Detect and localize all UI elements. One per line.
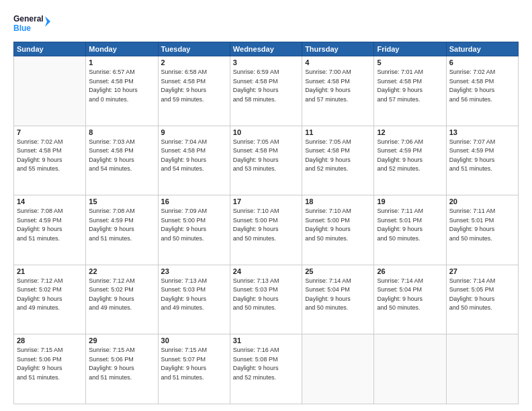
day-info: Sunrise: 7:05 AM Sunset: 4:58 PM Dayligh…: [233, 138, 299, 174]
svg-text:General: General: [13, 14, 44, 24]
calendar-cell: 13Sunrise: 7:07 AM Sunset: 4:59 PM Dayli…: [446, 126, 518, 195]
svg-marker-2: [45, 16, 50, 27]
day-info: Sunrise: 7:12 AM Sunset: 5:02 PM Dayligh…: [89, 277, 154, 313]
day-number: 17: [233, 197, 299, 205]
day-info: Sunrise: 7:15 AM Sunset: 5:06 PM Dayligh…: [17, 346, 83, 382]
day-info: Sunrise: 7:03 AM Sunset: 4:58 PM Dayligh…: [89, 138, 154, 174]
day-info: Sunrise: 7:02 AM Sunset: 4:58 PM Dayligh…: [449, 68, 515, 104]
day-number: 5: [377, 58, 443, 66]
calendar-cell: 9Sunrise: 7:04 AM Sunset: 4:58 PM Daylig…: [158, 126, 230, 195]
calendar-cell: 12Sunrise: 7:06 AM Sunset: 4:59 PM Dayli…: [374, 126, 446, 195]
day-number: 25: [305, 267, 371, 275]
day-number: 14: [17, 197, 83, 205]
calendar-cell: 23Sunrise: 7:13 AM Sunset: 5:03 PM Dayli…: [158, 265, 230, 334]
day-number: 29: [89, 336, 154, 345]
svg-text:Blue: Blue: [13, 24, 31, 33]
calendar-cell: 4Sunrise: 7:00 AM Sunset: 4:58 PM Daylig…: [302, 56, 374, 126]
calendar-cell: 5Sunrise: 7:01 AM Sunset: 4:58 PM Daylig…: [374, 56, 446, 126]
calendar-cell: 28Sunrise: 7:15 AM Sunset: 5:06 PM Dayli…: [14, 334, 86, 404]
calendar-table: SundayMondayTuesdayWednesdayThursdayFrid…: [13, 42, 519, 404]
day-number: 3: [233, 58, 299, 66]
day-info: Sunrise: 7:09 AM Sunset: 5:00 PM Dayligh…: [161, 207, 227, 243]
day-number: 30: [161, 336, 227, 345]
calendar-cell: [14, 56, 86, 126]
calendar-cell: 10Sunrise: 7:05 AM Sunset: 4:58 PM Dayli…: [230, 126, 302, 195]
weekday-header: Friday: [374, 42, 446, 56]
calendar-cell: 11Sunrise: 7:05 AM Sunset: 4:58 PM Dayli…: [302, 126, 374, 195]
calendar-cell: 27Sunrise: 7:14 AM Sunset: 5:05 PM Dayli…: [446, 265, 518, 334]
day-info: Sunrise: 7:10 AM Sunset: 5:00 PM Dayligh…: [233, 207, 299, 243]
day-info: Sunrise: 7:16 AM Sunset: 5:08 PM Dayligh…: [233, 346, 299, 382]
day-info: Sunrise: 7:14 AM Sunset: 5:05 PM Dayligh…: [449, 277, 515, 313]
day-info: Sunrise: 7:06 AM Sunset: 4:59 PM Dayligh…: [377, 138, 443, 174]
day-info: Sunrise: 7:13 AM Sunset: 5:03 PM Dayligh…: [161, 277, 227, 313]
day-info: Sunrise: 7:15 AM Sunset: 5:07 PM Dayligh…: [161, 346, 227, 382]
calendar-cell: 18Sunrise: 7:10 AM Sunset: 5:00 PM Dayli…: [302, 195, 374, 265]
day-number: 21: [17, 267, 83, 275]
calendar-cell: [374, 334, 446, 404]
day-info: Sunrise: 6:57 AM Sunset: 4:58 PM Dayligh…: [89, 68, 154, 104]
day-info: Sunrise: 7:02 AM Sunset: 4:58 PM Dayligh…: [17, 138, 83, 174]
day-info: Sunrise: 7:08 AM Sunset: 4:59 PM Dayligh…: [89, 207, 154, 243]
day-number: 13: [449, 128, 515, 136]
weekday-header-row: SundayMondayTuesdayWednesdayThursdayFrid…: [14, 42, 519, 56]
day-number: 19: [377, 197, 443, 205]
day-number: 20: [449, 197, 515, 205]
day-info: Sunrise: 7:12 AM Sunset: 5:02 PM Dayligh…: [17, 277, 83, 313]
day-number: 24: [233, 267, 299, 275]
day-info: Sunrise: 7:15 AM Sunset: 5:06 PM Dayligh…: [89, 346, 154, 382]
day-info: Sunrise: 7:11 AM Sunset: 5:01 PM Dayligh…: [449, 207, 515, 243]
calendar-week-row: 7Sunrise: 7:02 AM Sunset: 4:58 PM Daylig…: [14, 126, 519, 195]
calendar-cell: 24Sunrise: 7:13 AM Sunset: 5:03 PM Dayli…: [230, 265, 302, 334]
weekday-header: Tuesday: [158, 42, 230, 56]
day-info: Sunrise: 7:01 AM Sunset: 4:58 PM Dayligh…: [377, 68, 443, 104]
day-info: Sunrise: 7:14 AM Sunset: 5:04 PM Dayligh…: [305, 277, 371, 313]
day-number: 12: [377, 128, 443, 136]
day-info: Sunrise: 7:13 AM Sunset: 5:03 PM Dayligh…: [233, 277, 299, 313]
weekday-header: Thursday: [302, 42, 374, 56]
calendar-cell: 6Sunrise: 7:02 AM Sunset: 4:58 PM Daylig…: [446, 56, 518, 126]
day-number: 1: [89, 58, 154, 66]
weekday-header: Monday: [86, 42, 158, 56]
day-info: Sunrise: 7:07 AM Sunset: 4:59 PM Dayligh…: [449, 138, 515, 174]
calendar-cell: [302, 334, 374, 404]
weekday-header: Sunday: [14, 42, 86, 56]
day-info: Sunrise: 7:04 AM Sunset: 4:58 PM Dayligh…: [161, 138, 227, 174]
calendar-cell: 21Sunrise: 7:12 AM Sunset: 5:02 PM Dayli…: [14, 265, 86, 334]
calendar-cell: 19Sunrise: 7:11 AM Sunset: 5:01 PM Dayli…: [374, 195, 446, 265]
calendar-cell: 16Sunrise: 7:09 AM Sunset: 5:00 PM Dayli…: [158, 195, 230, 265]
calendar-cell: 26Sunrise: 7:14 AM Sunset: 5:04 PM Dayli…: [374, 265, 446, 334]
day-number: 18: [305, 197, 371, 205]
day-number: 31: [233, 336, 299, 345]
calendar-cell: 15Sunrise: 7:08 AM Sunset: 4:59 PM Dayli…: [86, 195, 158, 265]
day-info: Sunrise: 7:08 AM Sunset: 4:59 PM Dayligh…: [17, 207, 83, 243]
day-number: 27: [449, 267, 515, 275]
day-info: Sunrise: 7:10 AM Sunset: 5:00 PM Dayligh…: [305, 207, 371, 243]
day-info: Sunrise: 7:14 AM Sunset: 5:04 PM Dayligh…: [377, 277, 443, 313]
day-number: 15: [89, 197, 154, 205]
calendar-cell: 8Sunrise: 7:03 AM Sunset: 4:58 PM Daylig…: [86, 126, 158, 195]
day-number: 10: [233, 128, 299, 136]
calendar-cell: 22Sunrise: 7:12 AM Sunset: 5:02 PM Dayli…: [86, 265, 158, 334]
calendar-cell: 20Sunrise: 7:11 AM Sunset: 5:01 PM Dayli…: [446, 195, 518, 265]
logo: General Blue: [13, 12, 50, 36]
day-number: 6: [449, 58, 515, 66]
day-info: Sunrise: 6:58 AM Sunset: 4:58 PM Dayligh…: [161, 68, 227, 104]
calendar-cell: 14Sunrise: 7:08 AM Sunset: 4:59 PM Dayli…: [14, 195, 86, 265]
day-info: Sunrise: 7:11 AM Sunset: 5:01 PM Dayligh…: [377, 207, 443, 243]
calendar-cell: 2Sunrise: 6:58 AM Sunset: 4:58 PM Daylig…: [158, 56, 230, 126]
calendar-cell: 31Sunrise: 7:16 AM Sunset: 5:08 PM Dayli…: [230, 334, 302, 404]
day-info: Sunrise: 7:00 AM Sunset: 4:58 PM Dayligh…: [305, 68, 371, 104]
calendar-cell: 25Sunrise: 7:14 AM Sunset: 5:04 PM Dayli…: [302, 265, 374, 334]
calendar-week-row: 21Sunrise: 7:12 AM Sunset: 5:02 PM Dayli…: [14, 265, 519, 334]
day-info: Sunrise: 7:05 AM Sunset: 4:58 PM Dayligh…: [305, 138, 371, 174]
day-number: 8: [89, 128, 154, 136]
calendar-week-row: 1Sunrise: 6:57 AM Sunset: 4:58 PM Daylig…: [14, 56, 519, 126]
weekday-header: Wednesday: [230, 42, 302, 56]
day-number: 9: [161, 128, 227, 136]
day-number: 23: [161, 267, 227, 275]
day-number: 26: [377, 267, 443, 275]
calendar-week-row: 28Sunrise: 7:15 AM Sunset: 5:06 PM Dayli…: [14, 334, 519, 404]
calendar-week-row: 14Sunrise: 7:08 AM Sunset: 4:59 PM Dayli…: [14, 195, 519, 265]
day-number: 4: [305, 58, 371, 66]
